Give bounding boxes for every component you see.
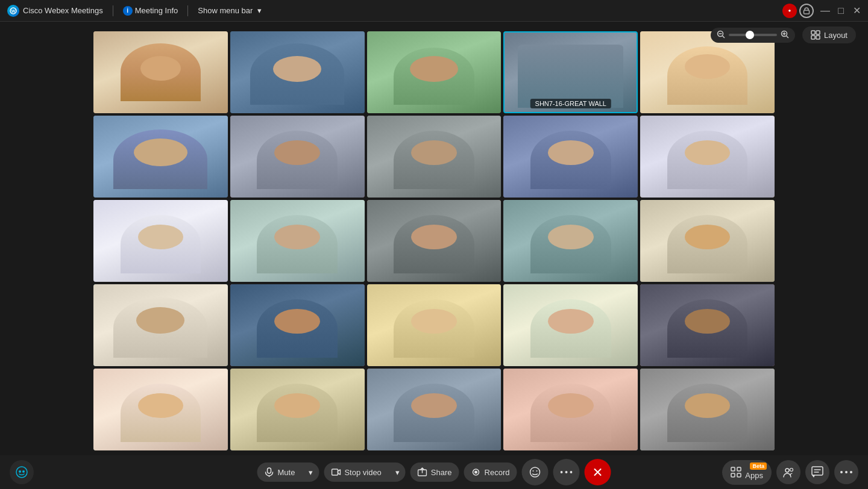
video-cell-1[interactable] — [93, 31, 228, 113]
stop-video-caret[interactable]: ▾ — [389, 463, 406, 482]
zoom-slider-thumb[interactable] — [746, 31, 754, 39]
svg-rect-12 — [811, 36, 815, 39]
video-cell-8[interactable] — [367, 116, 502, 198]
video-cell-5[interactable] — [640, 31, 775, 113]
svg-point-28 — [570, 471, 572, 473]
svg-text:W: W — [11, 9, 16, 13]
title-bar-left: W Cisco Webex Meetings i Meeting Info Sh… — [7, 5, 782, 17]
apps-icon — [731, 467, 741, 478]
share-button[interactable]: Share — [410, 463, 459, 482]
video-cell-3[interactable] — [367, 31, 502, 113]
video-cell-23[interactable] — [367, 369, 502, 450]
apps-button[interactable]: Apps Beta — [722, 460, 772, 485]
share-label: Share — [431, 468, 452, 477]
svg-point-40 — [840, 471, 843, 473]
record-button[interactable]: Record — [464, 463, 517, 482]
mute-caret[interactable]: ▾ — [303, 463, 319, 482]
layout-button[interactable]: Layout — [802, 26, 856, 43]
svg-line-4 — [722, 36, 725, 38]
ai-assistant-button[interactable] — [10, 460, 34, 484]
close-button[interactable]: ✕ — [852, 7, 861, 15]
video-cell-20[interactable] — [640, 284, 775, 366]
stop-video-button[interactable]: Stop video ▾ — [324, 463, 405, 482]
title-bar: W Cisco Webex Meetings i Meeting Info Sh… — [0, 0, 868, 22]
svg-point-16 — [22, 470, 25, 473]
svg-rect-37 — [812, 467, 823, 475]
svg-point-41 — [845, 471, 848, 473]
chat-button[interactable] — [805, 460, 829, 484]
video-cell-6[interactable] — [93, 116, 228, 198]
video-cell-14[interactable] — [503, 200, 638, 282]
svg-point-24 — [532, 470, 533, 472]
svg-point-14 — [16, 467, 27, 478]
mute-label: Mute — [278, 468, 295, 477]
video-cell-22[interactable] — [230, 369, 365, 450]
chevron-down-icon: ▾ — [257, 6, 262, 15]
minimize-button[interactable]: — — [821, 7, 829, 15]
mute-button[interactable]: Mute ▾ — [257, 463, 319, 482]
more-icon — [840, 471, 852, 473]
svg-point-36 — [790, 469, 793, 472]
video-cell-11[interactable] — [93, 200, 228, 282]
svg-rect-32 — [737, 467, 741, 471]
toolbar-left — [10, 460, 34, 484]
video-cell-2[interactable] — [230, 31, 365, 113]
recording-indicator: ● — [782, 4, 797, 18]
svg-rect-19 — [332, 469, 338, 475]
svg-rect-13 — [816, 36, 820, 39]
video-cell-4[interactable]: SHN7-16-GREAT WALL — [503, 31, 638, 113]
webex-logo-icon: W — [7, 5, 19, 17]
svg-rect-34 — [737, 473, 741, 477]
beta-badge: Beta — [750, 463, 767, 470]
zoom-control — [711, 28, 795, 43]
meeting-info-button[interactable]: i Meeting Info — [123, 6, 178, 16]
video-cell-19[interactable] — [503, 284, 638, 366]
svg-point-22 — [474, 471, 477, 474]
video-cell-17[interactable] — [230, 284, 365, 366]
svg-rect-31 — [731, 467, 735, 471]
end-call-button[interactable] — [584, 459, 611, 485]
maximize-button[interactable]: □ — [837, 7, 845, 15]
video-cell-7[interactable] — [230, 116, 365, 198]
svg-point-42 — [850, 471, 852, 473]
video-cell-25[interactable] — [640, 369, 775, 450]
video-cell-24[interactable] — [503, 369, 638, 450]
video-cell-13[interactable] — [367, 200, 502, 282]
video-cell-10[interactable] — [640, 116, 775, 198]
video-cell-9[interactable] — [503, 116, 638, 198]
svg-point-25 — [536, 470, 537, 472]
record-icon — [471, 467, 481, 477]
zoom-out-icon[interactable] — [717, 30, 725, 40]
layout-label: Layout — [824, 31, 848, 40]
security-icon[interactable] — [799, 4, 814, 18]
svg-rect-17 — [268, 468, 271, 473]
video-cell-12[interactable] — [230, 200, 365, 282]
zoom-in-icon[interactable] — [781, 30, 789, 40]
participants-icon — [782, 466, 794, 478]
active-speaker-label: SHN7-16-GREAT WALL — [530, 99, 611, 108]
divider2 — [187, 5, 188, 16]
participants-button[interactable] — [776, 460, 800, 484]
show-menu-button[interactable]: Show menu bar ▾ — [198, 6, 262, 15]
show-menu-label: Show menu bar — [198, 6, 253, 15]
video-cell-15[interactable] — [640, 200, 775, 282]
record-label: Record — [485, 468, 510, 477]
chat-icon — [811, 466, 823, 478]
svg-line-7 — [786, 36, 788, 38]
video-cell-18[interactable] — [367, 284, 502, 366]
video-cell-21[interactable] — [93, 369, 228, 450]
video-cell-16[interactable] — [93, 284, 228, 366]
title-bar-right: ● — □ ✕ — [782, 4, 861, 18]
app-name-label: Cisco Webex Meetings — [23, 6, 103, 15]
svg-point-23 — [530, 467, 539, 477]
zoom-slider[interactable] — [729, 34, 777, 36]
app-logo: W Cisco Webex Meetings — [7, 5, 103, 17]
info-circle-icon: i — [123, 6, 133, 16]
toolbar-center: Mute ▾ Stop video ▾ — [257, 459, 611, 485]
svg-rect-10 — [811, 31, 815, 34]
more-options-center-button[interactable] — [553, 459, 579, 485]
svg-rect-33 — [731, 473, 735, 477]
emoji-button[interactable] — [521, 459, 548, 485]
more-options-right-button[interactable] — [834, 460, 858, 484]
bottom-toolbar: Mute ▾ Stop video ▾ — [0, 455, 868, 489]
